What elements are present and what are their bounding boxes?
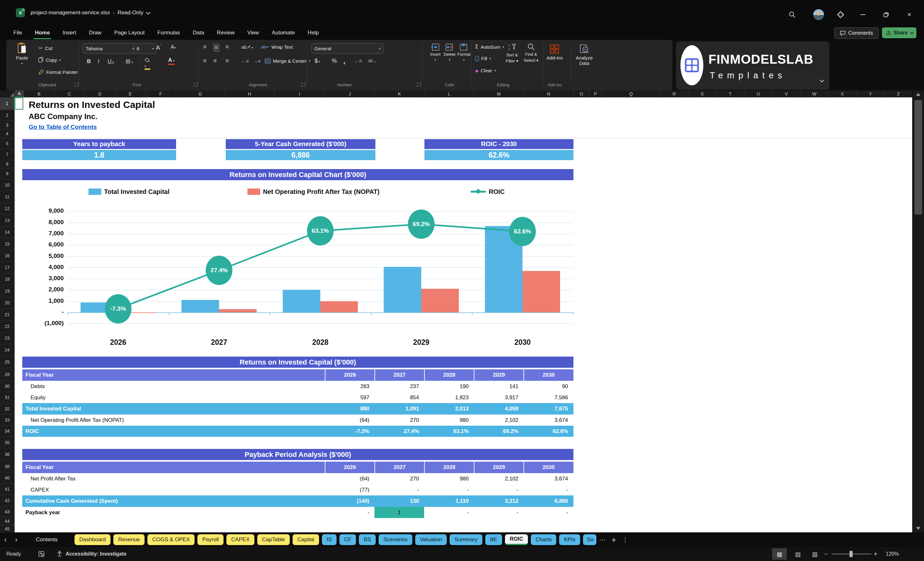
- row-header-7[interactable]: 7: [0, 149, 15, 160]
- row-header-30[interactable]: 30: [0, 381, 15, 392]
- middle-align-button[interactable]: ≡: [213, 44, 219, 52]
- column-header-B[interactable]: B: [24, 90, 54, 98]
- row-header-11[interactable]: 11: [0, 191, 15, 203]
- clipboard-dialog-launcher[interactable]: ↘: [74, 81, 79, 86]
- row-header-25[interactable]: 25: [0, 356, 15, 368]
- row-header-38[interactable]: 38: [0, 460, 15, 472]
- row-header-41[interactable]: 41: [0, 484, 15, 495]
- row-header-14[interactable]: 14: [0, 226, 15, 238]
- row-header-21[interactable]: 21: [0, 309, 15, 321]
- sheet-tab-bs[interactable]: BS: [359, 534, 376, 545]
- wrap-text-button[interactable]: ab↩ Wrap Text: [261, 44, 292, 50]
- row-header-42[interactable]: 42: [0, 495, 15, 506]
- row-header-16[interactable]: 16: [0, 250, 15, 262]
- table-of-contents-link[interactable]: Go to Table of Contents: [28, 123, 97, 130]
- column-header-Z[interactable]: Z: [885, 90, 912, 98]
- paste-button[interactable]: Paste ▾: [16, 42, 28, 65]
- underline-button[interactable]: U ▾: [108, 58, 114, 64]
- row-header-43[interactable]: 43: [0, 506, 15, 518]
- column-header-L[interactable]: L: [424, 90, 474, 98]
- percent-style-button[interactable]: %: [332, 58, 337, 64]
- column-header-Y[interactable]: Y: [856, 90, 885, 98]
- borders-button[interactable]: ⊞ ▾: [126, 58, 133, 65]
- column-header-I[interactable]: I: [274, 90, 325, 98]
- ribbon-tab-home[interactable]: Home: [34, 28, 50, 38]
- font-family-select[interactable]: Tahoma▾: [83, 43, 137, 54]
- row-header-3[interactable]: 3: [0, 121, 15, 130]
- find-select-button[interactable]: Find & Select ▾: [524, 43, 538, 63]
- sheet-tab-dashboard[interactable]: Dashboard: [75, 534, 111, 545]
- format-painter-button[interactable]: Format Painter: [38, 69, 78, 75]
- column-header-E[interactable]: E: [115, 90, 146, 98]
- ribbon-tab-review[interactable]: Review: [216, 28, 235, 38]
- number-format-select[interactable]: General▾: [311, 43, 383, 54]
- scroll-down-icon[interactable]: [916, 527, 921, 530]
- premium-diamond-icon[interactable]: [835, 9, 846, 20]
- comma-style-button[interactable]: ,: [343, 56, 345, 65]
- column-header-D[interactable]: D: [85, 90, 115, 98]
- column-header-M[interactable]: M: [474, 90, 524, 98]
- sheet-tab-valuation[interactable]: Valuation: [415, 534, 447, 545]
- column-header-C[interactable]: C: [54, 90, 85, 98]
- ribbon-tab-automate[interactable]: Automate: [271, 28, 296, 38]
- row-header-31[interactable]: 31: [0, 392, 15, 403]
- more-sheets-button[interactable]: ⋯: [599, 536, 606, 543]
- ribbon-tab-data[interactable]: Data: [192, 28, 205, 38]
- decrease-indent-button[interactable]: ←≡: [242, 58, 249, 64]
- column-header-K[interactable]: K: [375, 90, 424, 98]
- top-align-button[interactable]: ≡: [203, 44, 207, 50]
- format-cells-button[interactable]: Format▾: [457, 44, 470, 62]
- zoom-in-button[interactable]: +: [874, 547, 878, 561]
- bold-button[interactable]: B: [87, 58, 91, 64]
- delete-cells-button[interactable]: Delete▾: [444, 44, 456, 62]
- sheet-tab-summary[interactable]: Summary: [450, 534, 482, 545]
- increase-indent-button[interactable]: →≡: [253, 58, 261, 64]
- sheet-tab-capex[interactable]: CAPEX: [226, 534, 254, 545]
- cut-button[interactable]: ✂Cut: [38, 45, 52, 52]
- sheet-menu-button[interactable]: ⋮: [622, 536, 628, 543]
- scroll-up-icon[interactable]: [916, 93, 921, 96]
- sheet-tab-is[interactable]: IS: [322, 534, 336, 545]
- vertical-scroll-thumb[interactable]: [915, 100, 922, 214]
- font-dialog-launcher[interactable]: ↘: [193, 81, 198, 86]
- ribbon-tab-formulas[interactable]: Formulas: [157, 28, 180, 38]
- grow-font-button[interactable]: Aˆ: [156, 44, 161, 51]
- column-header-G[interactable]: G: [176, 90, 225, 98]
- clear-button[interactable]: ◆ Clear▾: [475, 68, 496, 73]
- ribbon-tab-file[interactable]: File: [13, 28, 22, 38]
- minimize-button[interactable]: [857, 9, 868, 20]
- row-header-35[interactable]: 35: [0, 437, 15, 448]
- column-header-R[interactable]: R: [660, 90, 688, 98]
- ribbon-tab-help[interactable]: Help: [307, 28, 320, 38]
- row-header-19[interactable]: 19: [0, 285, 15, 297]
- sheet-nav-next-icon[interactable]: ›: [11, 535, 22, 544]
- merge-center-button[interactable]: Merge & Center▾: [265, 58, 310, 64]
- sheet-tab-roic[interactable]: ROIC: [505, 534, 528, 545]
- column-header-H[interactable]: H: [225, 90, 274, 98]
- row-header-17[interactable]: 17: [0, 262, 15, 273]
- search-icon[interactable]: [786, 9, 798, 20]
- zoom-out-button[interactable]: −: [824, 547, 828, 561]
- readonly-badge[interactable]: Read-Only: [117, 9, 143, 16]
- column-header-A[interactable]: A: [15, 90, 24, 98]
- row-header-34[interactable]: 34: [0, 426, 15, 437]
- column-header-F[interactable]: F: [146, 90, 176, 98]
- add-sheet-button[interactable]: +: [611, 535, 616, 545]
- font-size-select[interactable]: 8▾: [134, 43, 157, 54]
- ribbon-tab-draw[interactable]: Draw: [88, 28, 102, 38]
- row-header-9[interactable]: 9: [0, 168, 15, 179]
- row-header-36[interactable]: 36: [0, 448, 15, 460]
- alignment-dialog-launcher[interactable]: ↘: [301, 81, 305, 86]
- fill-color-button[interactable]: ▾: [144, 58, 150, 70]
- italic-button[interactable]: I: [98, 58, 99, 64]
- row-header-44[interactable]: 44: [0, 518, 15, 525]
- sheet-tab-charts[interactable]: Charts: [531, 534, 556, 545]
- column-header-O[interactable]: O: [574, 90, 590, 98]
- ribbon-tab-page-layout[interactable]: Page Layout: [114, 28, 145, 38]
- bottom-align-button[interactable]: ≡: [225, 44, 229, 50]
- row-header-18[interactable]: 18: [0, 273, 15, 285]
- column-header-X[interactable]: X: [828, 90, 856, 98]
- page-layout-view-button[interactable]: ▤: [790, 548, 805, 560]
- ribbon-tab-insert[interactable]: Insert: [62, 28, 77, 38]
- accessibility-status[interactable]: Accessibility: Investigate: [57, 547, 126, 561]
